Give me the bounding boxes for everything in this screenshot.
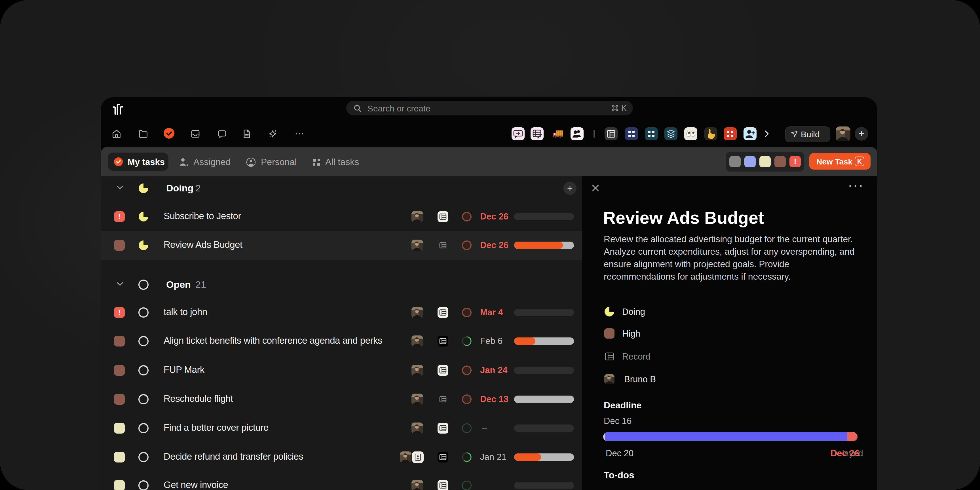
svg-text:!: ! [794, 158, 797, 166]
